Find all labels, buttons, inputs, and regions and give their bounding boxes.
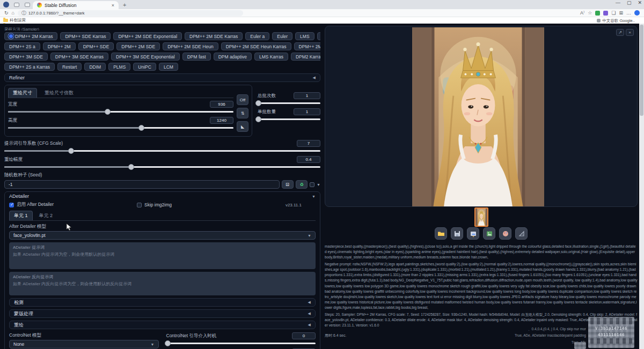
batch-count-input[interactable]: 1 — [294, 92, 320, 99]
tab-unit-1[interactable]: 单元 1 — [9, 211, 33, 220]
sampler-option[interactable]: DPM++ 2M Karras — [4, 32, 57, 40]
sampler-option[interactable]: DPM++ SDE — [78, 42, 114, 50]
sampler-option[interactable]: Heun — [317, 32, 320, 40]
gallery-thumbnail[interactable] — [474, 207, 488, 227]
home-icon[interactable]: ⌂ — [12, 11, 14, 16]
denoise-input[interactable]: 0.4 — [297, 156, 320, 163]
sampler-option[interactable]: LCM — [159, 63, 178, 71]
sampler-option[interactable]: DPM fast — [182, 53, 211, 61]
detect-size-icon[interactable]: ◣ — [237, 121, 248, 132]
cn-start-slider[interactable] — [166, 340, 316, 346]
width-slider[interactable] — [8, 109, 233, 115]
close-window-button[interactable]: ✕ — [638, 0, 642, 5]
fullscreen-icon[interactable]: ↗ — [616, 29, 624, 36]
width-input[interactable]: 936 — [210, 101, 233, 108]
url-field[interactable]: ⓘ 127.0.0.1:7860/?__theme=dark — [18, 10, 243, 16]
favorite-star-icon[interactable]: ☆ — [588, 11, 592, 16]
sampler-option[interactable]: Euler a — [245, 32, 269, 40]
tab-unit-2[interactable]: 单元 2 — [37, 211, 55, 220]
detection-accordion[interactable]: 检测 ◀ — [9, 298, 316, 307]
sampler-option[interactable]: DPM++ 2M SDE — [116, 42, 160, 50]
sampler-option[interactable]: DPM++ 2M SDE Heun Karras — [221, 42, 291, 50]
adetailer-negative-textarea[interactable]: ADetailer 反向提示词 如果 ADetailer 内反向提示词为空，则会… — [9, 272, 316, 295]
send-to-inpaint-icon[interactable] — [499, 227, 511, 240]
sampler-option[interactable]: DPM++ 2M SDE Karras — [185, 32, 243, 40]
bookmark-item[interactable]: 科创运营 — [3, 18, 46, 23]
workspace-icon[interactable] — [14, 3, 19, 7]
extra-seed-checkbox[interactable] — [310, 182, 314, 187]
close-preview-icon[interactable]: × — [626, 29, 634, 36]
sampler-option[interactable]: DPM++ 2M SDE Heun — [163, 42, 218, 50]
browser-tab[interactable]: Stable Diffusion × — [33, 1, 119, 9]
mask-accordion[interactable]: 蒙版处理 ◀ — [9, 309, 316, 318]
swap-dimensions-icon[interactable]: ⇅ — [237, 108, 248, 118]
batch-count-slider[interactable] — [258, 100, 320, 106]
close-tab-icon[interactable]: × — [112, 3, 114, 8]
sampler-option[interactable]: DPM++ 2M SDE Exponential — [113, 32, 182, 40]
sampler-option[interactable]: LMS Karras — [254, 53, 288, 61]
refiner-accordion[interactable]: Refiner ◀ — [4, 73, 320, 82]
refresh-icon[interactable]: ↻ — [4, 11, 9, 16]
inpaint-accordion[interactable]: 重绘 ◀ — [9, 321, 316, 329]
adetailer-accordion[interactable]: ADetailer ▼ — [9, 192, 316, 201]
reuse-seed-recycle-icon[interactable]: ♻ — [296, 180, 308, 189]
random-seed-dice-icon[interactable]: ⚄ — [282, 180, 294, 189]
save-zip-icon[interactable] — [467, 227, 479, 240]
cn-start-input[interactable]: 0 — [292, 332, 316, 339]
height-input[interactable]: 1240 — [210, 117, 233, 124]
batch-size-input[interactable]: 1 — [294, 108, 320, 115]
sampler-option[interactable]: DPM++ 2S a — [4, 42, 40, 50]
extension-green-icon[interactable] — [595, 11, 600, 16]
profile-avatar-icon[interactable] — [3, 2, 9, 8]
maximize-button[interactable]: ▢ — [627, 0, 632, 5]
bookmark-item[interactable]: 中文谷歌 Google.. — [597, 18, 641, 24]
batch-size-slider[interactable] — [258, 116, 320, 122]
minimize-button[interactable]: — — [616, 0, 620, 5]
sampler-option[interactable]: DDIM — [84, 63, 106, 71]
send-to-extras-icon[interactable] — [515, 227, 528, 240]
scrollbar-thumb[interactable] — [640, 25, 643, 116]
sampler-option[interactable]: DPM++ SDE Karras — [60, 32, 111, 40]
skip-img2img-checkbox[interactable] — [137, 203, 142, 207]
extension-purple-icon[interactable] — [603, 11, 608, 16]
site-info-icon[interactable]: ⓘ — [21, 11, 26, 16]
sampler-option[interactable]: UniPC — [133, 63, 156, 71]
adetailer-prompt-textarea[interactable]: ADetailer 提示词 如果 ADetailer 内提示词为空，则会使用默认… — [9, 242, 316, 269]
cn-model-select[interactable]: None ▼ — [9, 340, 159, 348]
sampler-option[interactable]: DPM++ 3M SDE Exponential — [111, 53, 180, 61]
adetailer-model-select[interactable]: face_yolov8n.pt ▼ — [9, 231, 316, 240]
split-screen-icon[interactable]: ❏ — [611, 11, 616, 16]
tab-actions-icon[interactable] — [25, 3, 30, 7]
save-image-icon[interactable] — [451, 227, 463, 240]
collections-icon[interactable]: ⊞ — [619, 11, 623, 16]
open-folder-icon[interactable] — [435, 227, 447, 240]
send-to-img2img-icon[interactable] — [483, 227, 495, 240]
new-tab-button[interactable]: + — [123, 2, 126, 8]
browser-profile-icon[interactable] — [634, 10, 640, 16]
seed-input[interactable] — [4, 180, 280, 189]
read-aloud-icon[interactable]: A⁾ — [580, 11, 584, 16]
sampler-option[interactable]: DPM++ 2S a Karras — [4, 63, 55, 71]
cfg-input[interactable]: 7 — [297, 140, 320, 147]
height-slider[interactable] — [8, 125, 233, 131]
tab-resize-by[interactable]: 重绘尺寸倍数 — [42, 88, 76, 98]
seed-extra-dropdown-icon[interactable]: ▼ — [317, 183, 320, 187]
sampler-option[interactable]: PLMS — [108, 63, 130, 71]
enable-adetailer-checkbox[interactable] — [9, 203, 14, 207]
cfg-slider[interactable] — [4, 148, 320, 154]
sampler-option[interactable]: Euler — [272, 32, 292, 40]
denoise-slider[interactable] — [4, 164, 320, 170]
sampler-option[interactable]: Restart — [57, 63, 82, 71]
tab-resize-to[interactable]: 重绘尺寸 — [8, 88, 37, 98]
sampler-option[interactable]: DPM adaptive — [214, 53, 252, 61]
page-scrollbar[interactable] — [639, 24, 644, 349]
sampler-option[interactable]: DPM++ 3M SDE — [4, 53, 48, 61]
sampler-option[interactable]: LMS — [295, 32, 314, 40]
sampler-option[interactable]: DPM++ 2M SDE Heun Exponential — [294, 42, 320, 50]
sampler-option[interactable]: DPM++ 3M SDE Karras — [50, 53, 108, 61]
more-menu-icon[interactable]: … — [626, 11, 631, 16]
sampler-option[interactable]: DPM2 Karras — [291, 53, 320, 61]
sampler-option[interactable]: DPM++ 2M — [43, 42, 76, 50]
generated-image[interactable] — [411, 27, 545, 209]
aspect-lock-button[interactable]: Off — [237, 94, 248, 105]
